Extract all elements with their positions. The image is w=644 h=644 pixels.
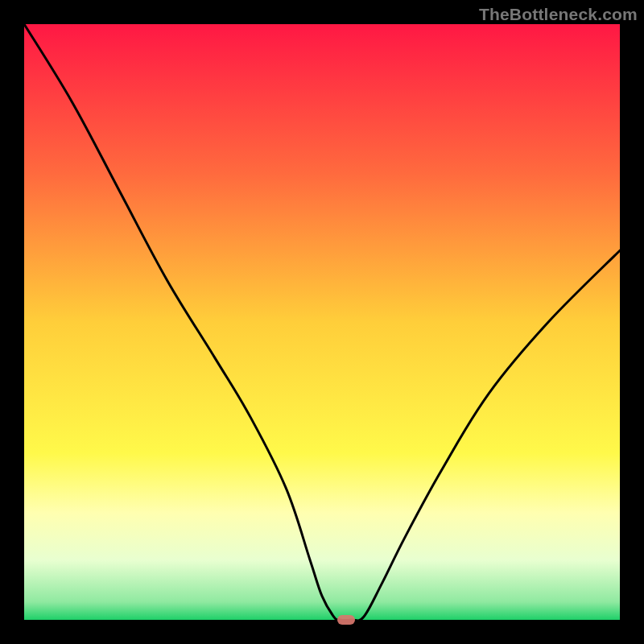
plot-area [24,24,620,620]
optimal-point-marker [337,615,355,625]
chart-frame: TheBottleneck.com [0,0,644,644]
bottleneck-curve [24,24,620,620]
watermark-text: TheBottleneck.com [479,5,638,24]
